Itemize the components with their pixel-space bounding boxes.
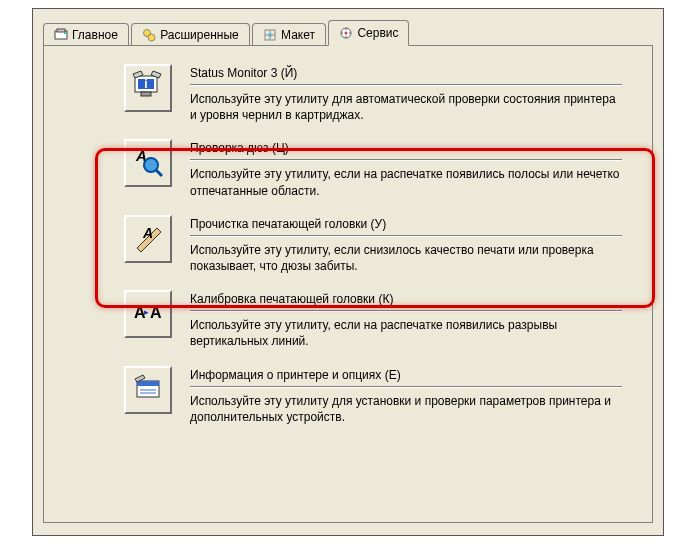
head-cleaning-icon: A (131, 220, 165, 257)
utility-head-cleaning: A Прочистка печатающей головки (У) Испол… (124, 215, 622, 274)
svg-rect-25 (137, 381, 159, 386)
svg-text:A: A (150, 304, 162, 321)
svg-rect-14 (141, 92, 151, 96)
tab-label: Сервис (357, 26, 398, 40)
head-alignment-icon: A▸A (131, 296, 165, 333)
svg-point-8 (268, 33, 272, 37)
utility-desc: Используйте эту утилиту, если снизилось … (190, 242, 622, 274)
monitor-info-icon: i (131, 70, 165, 107)
tab-label: Макет (281, 28, 315, 42)
head-alignment-button[interactable]: A▸A (124, 290, 172, 338)
tab-label: Расширенные (160, 28, 239, 42)
tab-service-icon (339, 26, 353, 40)
nozzle-check-icon: AA (131, 145, 165, 182)
printer-info-icon (131, 371, 165, 408)
utility-desc: Используйте эту утилиту для установки и … (190, 393, 622, 425)
svg-line-18 (156, 170, 162, 176)
tab-service[interactable]: Сервис (328, 20, 409, 46)
tab-layout-icon (263, 28, 277, 42)
utility-printer-info: Информация о принтере и опциях (Е) Испол… (124, 366, 622, 425)
svg-text:▸: ▸ (144, 307, 149, 317)
utility-desc: Используйте эту утилиту, если на распеча… (190, 317, 622, 349)
service-tab-panel: i Status Monitor 3 (Й) Используйте эту у… (43, 45, 653, 523)
utility-head-alignment: A▸A Калибровка печатающей головки (К) Ис… (124, 290, 622, 349)
utility-desc: Используйте эту утилиту, если на распеча… (190, 166, 622, 198)
utility-desc: Используйте эту утилиту для автоматическ… (190, 91, 622, 123)
utility-title: Проверка дюз (Ц) (190, 141, 622, 160)
svg-point-10 (345, 32, 348, 35)
tab-advanced-icon (142, 28, 156, 42)
svg-rect-1 (57, 29, 65, 32)
tab-strip: Главное Расширенные Макет Сервис (43, 19, 653, 45)
svg-point-17 (144, 158, 158, 172)
utility-title: Прочистка печатающей головки (У) (190, 217, 622, 236)
utility-title: Status Monitor 3 (Й) (190, 66, 622, 85)
status-monitor-button[interactable]: i (124, 64, 172, 112)
utility-nozzle-check: AA Проверка дюз (Ц) Используйте эту утил… (124, 139, 622, 198)
tab-label: Главное (72, 28, 118, 42)
svg-text:i: i (144, 77, 147, 91)
tab-layout[interactable]: Макет (252, 23, 326, 47)
svg-point-4 (148, 34, 155, 41)
svg-text:A: A (142, 225, 153, 241)
tab-main-icon (54, 28, 68, 42)
head-cleaning-button[interactable]: A (124, 215, 172, 263)
utility-title: Информация о принтере и опциях (Е) (190, 368, 622, 387)
printer-info-button[interactable] (124, 366, 172, 414)
nozzle-check-button[interactable]: AA (124, 139, 172, 187)
utility-status-monitor: i Status Monitor 3 (Й) Используйте эту у… (124, 64, 622, 123)
printer-properties-window: Главное Расширенные Макет Сервис i (32, 8, 664, 536)
utility-title: Калибровка печатающей головки (К) (190, 292, 622, 311)
svg-point-2 (64, 32, 66, 34)
tab-advanced[interactable]: Расширенные (131, 23, 250, 47)
tab-main[interactable]: Главное (43, 23, 129, 47)
